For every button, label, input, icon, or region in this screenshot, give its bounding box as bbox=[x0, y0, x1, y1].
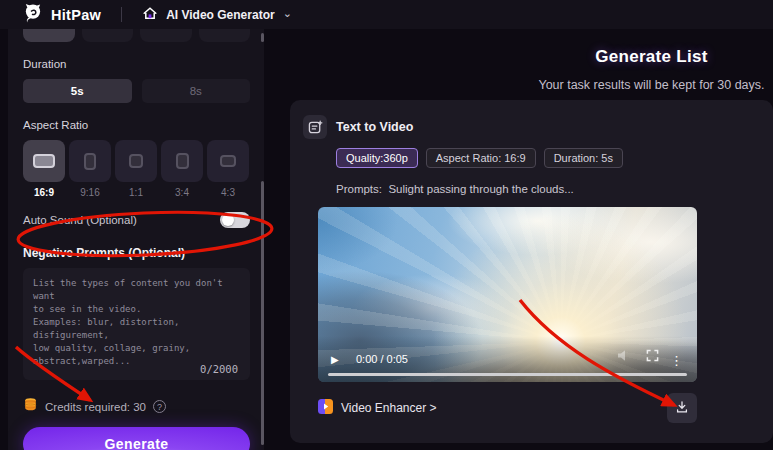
aspect-ratio-label: Aspect Ratio bbox=[23, 119, 250, 131]
model-option-button[interactable] bbox=[82, 29, 134, 42]
toggle-knob bbox=[222, 214, 234, 226]
generate-list-header: Generate List Your task results will be … bbox=[530, 47, 773, 92]
auto-sound-row: Auto Sound (Optional) bbox=[23, 212, 250, 228]
duration-option-5s[interactable]: 5s bbox=[23, 79, 132, 103]
app-switcher[interactable]: AI Video Generator ⌄ bbox=[142, 5, 292, 25]
aspect-option-16-9[interactable] bbox=[23, 140, 65, 182]
task-type-label: Text to Video bbox=[336, 120, 413, 134]
aspect-label-4-3: 4:3 bbox=[207, 187, 249, 198]
settings-panel: Duration 5s 8s Aspect Ratio 16:9 9:16 1:… bbox=[8, 29, 264, 450]
play-icon[interactable]: ▶ bbox=[331, 354, 339, 365]
hitpaw-logo-icon bbox=[22, 2, 43, 28]
aspect-ratio-options bbox=[23, 140, 250, 182]
negative-prompts-label: Negative Prompts (Optional) bbox=[23, 246, 250, 260]
prompts-text: Prompts: Sulight passing through the clo… bbox=[336, 183, 773, 195]
brand-name: HitPaw bbox=[51, 7, 101, 23]
aspect-option-9-16[interactable] bbox=[69, 140, 111, 182]
brand[interactable]: HitPaw bbox=[22, 2, 101, 28]
aspect-ratio-labels: 16:9 9:16 1:1 3:4 4:3 bbox=[23, 187, 250, 198]
aspect-4-3-icon bbox=[220, 155, 236, 167]
negative-prompts-field: 0/2000 bbox=[23, 268, 250, 384]
aspect-3-4-icon bbox=[176, 153, 189, 169]
duration-option-8s[interactable]: 8s bbox=[142, 79, 251, 103]
page-title: Generate List bbox=[530, 47, 773, 67]
chevron-down-icon: ⌄ bbox=[283, 7, 292, 20]
duration-tag: Duration: 5s bbox=[544, 148, 623, 168]
aspect-option-1-1[interactable] bbox=[115, 140, 157, 182]
coins-icon bbox=[23, 397, 38, 416]
aspect-label-3-4: 3:4 bbox=[161, 187, 203, 198]
help-icon[interactable]: ? bbox=[153, 400, 166, 413]
scrollbar[interactable] bbox=[261, 33, 264, 42]
app-window: HitPaw AI Video Generator ⌄ Duration 5 bbox=[0, 0, 773, 450]
video-player[interactable]: ▶ 0:00 / 0:05 ⋮ bbox=[318, 207, 697, 382]
app-switcher-label: AI Video Generator bbox=[166, 8, 274, 22]
video-time: 0:00 / 0:05 bbox=[356, 353, 408, 365]
topbar: HitPaw AI Video Generator ⌄ bbox=[0, 0, 773, 29]
generate-button[interactable]: Generate bbox=[23, 427, 250, 450]
auto-sound-toggle[interactable] bbox=[220, 212, 250, 228]
volume-icon[interactable] bbox=[617, 348, 631, 366]
video-controls: ▶ 0:00 / 0:05 ⋮ bbox=[318, 336, 697, 382]
task-card-footer: Video Enhancer > bbox=[318, 393, 697, 423]
task-card: Text to Video Quality:360p Aspect Ratio:… bbox=[290, 100, 773, 443]
duration-options: 5s 8s bbox=[23, 79, 250, 103]
video-enhancer-icon bbox=[318, 399, 333, 418]
download-icon bbox=[674, 399, 690, 418]
task-tags: Quality:360p Aspect Ratio: 16:9 Duration… bbox=[336, 148, 773, 168]
auto-sound-label: Auto Sound (Optional) bbox=[23, 214, 137, 226]
aspect-label-16-9: 16:9 bbox=[23, 187, 65, 198]
char-counter: 0/2000 bbox=[200, 363, 238, 375]
home-icon bbox=[142, 5, 158, 25]
quality-tag: Quality:360p bbox=[336, 148, 418, 168]
video-enhancer-link[interactable]: Video Enhancer > bbox=[318, 399, 437, 418]
video-seekbar[interactable] bbox=[328, 373, 687, 376]
duration-label: Duration bbox=[23, 58, 250, 70]
scrollbar[interactable] bbox=[261, 181, 264, 445]
aspect-option-4-3[interactable] bbox=[207, 140, 249, 182]
model-option-row bbox=[23, 29, 250, 42]
aspect-option-3-4[interactable] bbox=[161, 140, 203, 182]
credits-required-label: Credits required: 30 bbox=[45, 401, 146, 413]
aspect-label-9-16: 9:16 bbox=[69, 187, 111, 198]
aspect-16-9-icon bbox=[33, 154, 55, 168]
aspect-label-1-1: 1:1 bbox=[115, 187, 157, 198]
model-option-button[interactable] bbox=[199, 29, 251, 42]
aspect-9-16-icon bbox=[84, 153, 96, 170]
page-subtitle: Your task results will be kept for 30 da… bbox=[530, 78, 773, 92]
fullscreen-icon[interactable] bbox=[646, 348, 659, 366]
download-button[interactable] bbox=[667, 393, 697, 423]
aspect-1-1-icon bbox=[129, 154, 143, 168]
aspect-ratio-tag: Aspect Ratio: 16:9 bbox=[426, 148, 536, 168]
video-enhancer-label: Video Enhancer > bbox=[341, 401, 437, 415]
model-option-button[interactable] bbox=[140, 29, 192, 42]
topbar-divider bbox=[121, 7, 122, 22]
credits-row: Credits required: 30 ? bbox=[23, 397, 250, 416]
model-option-button[interactable] bbox=[23, 29, 75, 42]
kebab-menu-icon[interactable]: ⋮ bbox=[670, 353, 683, 368]
task-card-header: Text to Video bbox=[303, 115, 773, 139]
text-to-video-icon bbox=[303, 115, 327, 139]
